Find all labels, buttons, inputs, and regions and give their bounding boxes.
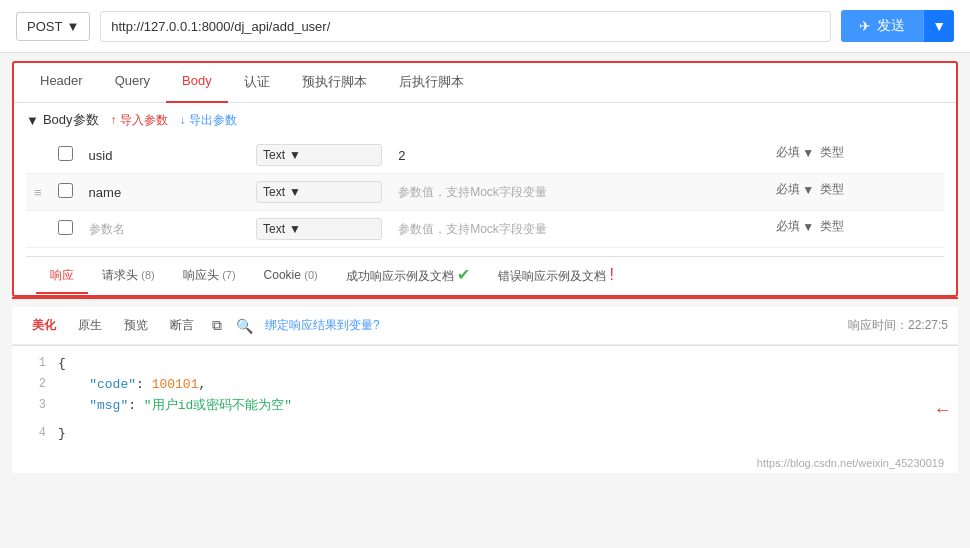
type-cell-1: Text ▼ [248,137,390,174]
code-line-1: 1 { [22,354,948,375]
param-name-3: 参数名 [81,211,248,248]
type-select-1[interactable]: Text ▼ [256,144,382,166]
btab-response[interactable]: 响应 [36,259,88,294]
param-name-2: name [81,174,248,211]
resp-assert-button[interactable]: 断言 [160,313,204,338]
tab-post-script[interactable]: 后执行脚本 [383,63,480,103]
top-bar: POST ▼ ✈ 发送 ▼ [0,0,970,53]
export-params-button[interactable]: ↓ 导出参数 [180,112,237,129]
drag-icon: ≡ [34,185,42,200]
bind-variable-button[interactable]: 绑定响应结果到变量? [265,317,380,334]
copy-icon: ⧉ [212,317,222,333]
search-icon: 🔍 [236,318,253,334]
param-checkbox-2[interactable] [58,183,73,198]
main-tabs: Header Query Body 认证 预执行脚本 后执行脚本 [14,63,956,103]
method-label: POST [27,19,62,34]
checkbox-cell-2 [50,174,81,211]
drag-cell-3 [26,211,50,248]
tab-pre-script[interactable]: 预执行脚本 [286,63,383,103]
required-dropdown-2: ▼ [802,183,814,197]
tab-body[interactable]: Body [166,63,228,103]
type-dropdown-icon-2: ▼ [289,185,301,199]
send-group: ✈ 发送 ▼ [841,10,954,42]
export-icon: ↓ [180,113,186,127]
response-toolbar: 美化 原生 预览 断言 ⧉ 🔍 绑定响应结果到变量? 响应时间：22:27:5 [12,307,958,345]
collapse-icon: ▼ [26,113,39,128]
code-line-2: 2 "code": 100101, [22,375,948,396]
code-line-4: 4 } [22,424,948,445]
table-row: 参数名 Text ▼ 参数值，支持Mock字段变量 必填 ▼ 类型 [26,211,944,248]
type-cell-2: Text ▼ [248,174,390,211]
success-check-icon: ✔ [457,266,470,283]
param-value-2: 参数值，支持Mock字段变量 [390,174,735,211]
code-line-3: 3 "msg": "用户id或密码不能为空" ← [22,396,948,425]
code-area: 1 { 2 "code": 100101, 3 "msg": "用户id或密码不… [12,346,958,453]
separator [12,297,958,299]
tab-auth[interactable]: 认证 [228,63,286,103]
required-dropdown-1: ▼ [802,146,814,160]
response-time: 响应时间：22:27:5 [848,317,948,334]
drag-cell [26,137,50,174]
import-params-button[interactable]: ↑ 导入参数 [111,112,168,129]
btab-success-example[interactable]: 成功响应示例及文档 ✔ [332,257,484,295]
type-cell-3: Text ▼ [248,211,390,248]
type-select-3[interactable]: Text ▼ [256,218,382,240]
type-dropdown-icon-3: ▼ [289,222,301,236]
body-params-label: Body参数 [43,111,99,129]
method-dropdown-icon: ▼ [66,19,79,34]
btab-response-header[interactable]: 响应头 (7) [169,259,250,294]
resp-raw-button[interactable]: 原生 [68,313,112,338]
table-row: usid Text ▼ 2 必填 ▼ 类型 [26,137,944,174]
btab-error-example[interactable]: 错误响应示例及文档 ! [484,258,628,295]
body-section: ▼ Body参数 ↑ 导入参数 ↓ 导出参数 usid [14,103,956,256]
param-checkbox-3[interactable] [58,220,73,235]
send-button[interactable]: ✈ 发送 [841,10,923,42]
body-params-header: ▼ Body参数 ↑ 导入参数 ↓ 导出参数 [26,111,944,129]
search-response-button[interactable]: 🔍 [230,314,259,338]
resp-beautify-button[interactable]: 美化 [22,313,66,338]
error-exclaim-icon: ! [609,266,613,283]
checkbox-cell-1 [50,137,81,174]
response-section: 美化 原生 预览 断言 ⧉ 🔍 绑定响应结果到变量? 响应时间：22:27:5 [12,307,958,346]
required-type-2: 必填 ▼ 类型 [768,174,944,205]
import-icon: ↑ [111,113,117,127]
body-params-title: ▼ Body参数 [26,111,99,129]
send-dropdown-button[interactable]: ▼ [923,10,954,42]
btab-cookie[interactable]: Cookie (0) [250,260,332,292]
required-dropdown-3: ▼ [802,220,814,234]
tab-header[interactable]: Header [24,63,99,103]
params-table: usid Text ▼ 2 必填 ▼ 类型 [26,137,944,248]
export-label: 导出参数 [189,112,237,129]
param-value-1: 2 [390,137,735,174]
import-label: 导入参数 [120,112,168,129]
bottom-url-text: https://blog.csdn.net/weixin_45230019 [757,457,944,469]
tab-query[interactable]: Query [99,63,166,103]
bottom-tabs: 响应 请求头 (8) 响应头 (7) Cookie (0) 成功响应示例及文档 … [26,256,944,295]
drag-cell-2: ≡ [26,174,50,211]
resp-preview-button[interactable]: 预览 [114,313,158,338]
bottom-url-bar: https://blog.csdn.net/weixin_45230019 [12,453,958,473]
send-icon: ✈ [859,18,871,34]
main-panel: Header Query Body 认证 预执行脚本 后执行脚本 ▼ Body参… [12,61,958,297]
arrow-indicator: ← [937,396,948,425]
type-select-2[interactable]: Text ▼ [256,181,382,203]
param-value-3: 参数值，支持Mock字段变量 [390,211,735,248]
param-name-1: usid [81,137,248,174]
send-arrow-icon: ▼ [932,18,946,34]
checkbox-cell-3 [50,211,81,248]
param-checkbox-1[interactable] [58,146,73,161]
type-dropdown-icon: ▼ [289,148,301,162]
table-row: ≡ name Text ▼ 参数值，支持Mock字段变量 [26,174,944,211]
send-label: 发送 [877,17,905,35]
method-button[interactable]: POST ▼ [16,12,90,41]
btab-request-header[interactable]: 请求头 (8) [88,259,169,294]
url-input[interactable] [100,11,831,42]
required-type-3: 必填 ▼ 类型 [768,211,944,242]
required-type-1: 必填 ▼ 类型 [768,137,944,168]
copy-response-button[interactable]: ⧉ [206,313,228,338]
